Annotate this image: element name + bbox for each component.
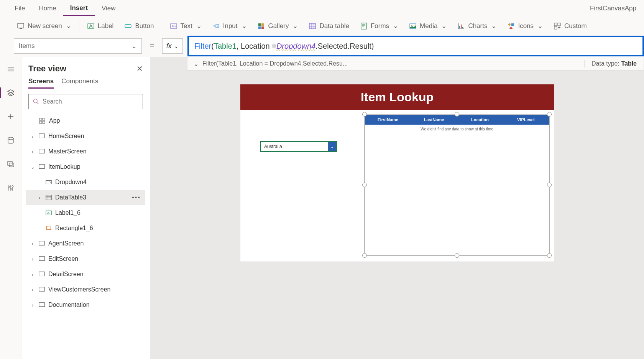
app-canvas[interactable]: Item Lookup Australia ⌄ FirstName LastNa… — [240, 84, 554, 262]
chevron-down-icon: ⌄ — [131, 42, 137, 50]
svg-point-18 — [508, 23, 511, 26]
chevron-down-icon: ⌄ — [174, 43, 179, 49]
resize-handle[interactable] — [547, 183, 552, 187]
menu-insert[interactable]: Insert — [63, 1, 95, 16]
svg-rect-3 — [125, 25, 131, 28]
formula-token-sep: , Location = — [237, 42, 276, 51]
tree-node-editscreen[interactable]: ›EditScreen — [26, 251, 145, 267]
menubar: File Home Insert View FirstCanvasApp — [0, 0, 644, 17]
tree-node-label: Dropdown4 — [55, 179, 87, 186]
ribbon-charts[interactable]: Charts ⌄ — [452, 20, 502, 32]
caret-icon[interactable]: › — [30, 287, 35, 293]
ribbon-new-screen-label: New screen — [28, 22, 62, 30]
tree-node-itemlookup[interactable]: ⌄ItemLookup — [26, 159, 145, 175]
caret-icon[interactable]: › — [30, 149, 35, 155]
svg-point-29 — [33, 99, 37, 103]
tree-node-dropdown4[interactable]: Dropdown4 — [26, 175, 145, 190]
canvas-datatable[interactable]: FirstName LastName Location VIPLevel We … — [365, 114, 549, 255]
menu-view[interactable]: View — [95, 2, 123, 15]
canvas-area[interactable]: ↖ Item Lookup Australia ⌄ FirstName Last… — [150, 57, 644, 359]
caret-icon[interactable]: › — [30, 302, 35, 308]
search-input[interactable] — [43, 98, 139, 105]
ribbon-forms[interactable]: Forms ⌄ — [355, 20, 404, 32]
tree-node-documentation[interactable]: ›Documentation — [26, 297, 145, 313]
media-icon — [409, 22, 417, 30]
ribbon-new-screen[interactable]: New screen ⌄ — [12, 20, 77, 32]
ribbon-input[interactable]: Input ⌄ — [207, 20, 252, 32]
ribbon-gallery[interactable]: Gallery ⌄ — [252, 20, 304, 32]
screen-icon — [38, 271, 45, 278]
resize-handle[interactable] — [547, 112, 552, 117]
ribbon-label[interactable]: Label — [82, 20, 119, 32]
caret-icon[interactable]: › — [30, 241, 35, 247]
tree-node-label1_6[interactable]: Label1_6 — [26, 205, 145, 221]
datatype-value: Table — [621, 60, 637, 67]
col-firstname[interactable]: FirstName — [365, 115, 411, 125]
resize-handle[interactable] — [362, 253, 367, 258]
resize-handle[interactable] — [362, 183, 367, 187]
rect-icon — [45, 225, 52, 232]
tree-node-rectangle1_6[interactable]: Rectangle1_6 — [26, 221, 145, 236]
ribbon-icons-label: Icons — [518, 22, 534, 30]
tree-node-homescreen[interactable]: ›HomeScreen — [26, 128, 145, 144]
ribbon-custom[interactable]: Custom — [548, 20, 592, 32]
tab-components[interactable]: Components — [61, 77, 98, 89]
tree-tabs: Screens Components — [26, 77, 145, 92]
svg-rect-9 — [258, 26, 261, 29]
caret-icon[interactable]: › — [37, 195, 42, 201]
ribbon-icons[interactable]: Icons ⌄ — [502, 20, 548, 32]
rail-hamburger[interactable] — [5, 63, 17, 75]
dropdown-chevron[interactable]: ⌄ — [328, 142, 336, 151]
col-viplevel[interactable]: VIPLevel — [503, 115, 549, 125]
svg-point-28 — [12, 186, 13, 187]
tab-screens[interactable]: Screens — [28, 77, 54, 89]
fx-button[interactable]: fx⌄ — [162, 38, 183, 54]
app-header-label: Item Lookup — [240, 84, 554, 110]
tree-node-datatable3[interactable]: ›DataTable3••• — [26, 190, 145, 205]
tree-search[interactable] — [28, 94, 143, 109]
svg-rect-44 — [39, 272, 44, 276]
datatable-icon — [45, 194, 52, 201]
rail-data[interactable] — [5, 134, 17, 147]
col-location[interactable]: Location — [457, 115, 503, 125]
resize-handle[interactable] — [362, 112, 367, 117]
rail-tree-view[interactable] — [5, 87, 17, 99]
screen-icon — [38, 255, 45, 262]
rail-insert[interactable] — [5, 110, 17, 123]
rail-advanced[interactable] — [5, 182, 17, 194]
ribbon-datatable[interactable]: Data table — [303, 20, 355, 32]
menu-file[interactable]: File — [8, 2, 32, 15]
close-icon[interactable]: ✕ — [136, 64, 143, 73]
left-rail — [0, 57, 21, 359]
formula-result-left[interactable]: ⌄ Filter(Table1, Location = Dropdown4.Se… — [187, 60, 585, 68]
tree: App ›HomeScreen›MasterScreen⌄ItemLookupD… — [26, 113, 145, 313]
caret-icon[interactable]: › — [30, 256, 35, 262]
tree-view-title: Tree view — [28, 64, 66, 74]
caret-icon[interactable]: ⌄ — [30, 164, 35, 170]
ribbon-media[interactable]: Media ⌄ — [404, 20, 452, 32]
tree-node-detailscreen[interactable]: ›DetailScreen — [26, 267, 145, 282]
tree-node-agentscreen[interactable]: ›AgentScreen — [26, 236, 145, 251]
caret-icon[interactable]: › — [30, 272, 35, 277]
tree-node-label: ItemLookup — [48, 163, 80, 170]
resize-handle[interactable] — [547, 253, 552, 258]
svg-rect-46 — [39, 303, 44, 307]
rail-media[interactable] — [5, 158, 17, 170]
menu-home[interactable]: Home — [32, 2, 63, 15]
property-selector[interactable]: Items ⌄ — [14, 38, 142, 54]
formula-input[interactable]: Filter(Table1, Location = Dropdown4.Sele… — [187, 36, 644, 56]
tree-node-masterscreen[interactable]: ›MasterScreen — [26, 144, 145, 159]
separator — [79, 21, 79, 31]
gallery-icon — [258, 22, 265, 30]
ribbon-button[interactable]: Button — [119, 20, 159, 32]
caret-icon[interactable]: › — [30, 133, 35, 139]
resize-handle[interactable] — [455, 112, 459, 117]
col-lastname[interactable]: LastName — [411, 115, 457, 125]
tree-node-app[interactable]: App — [26, 113, 145, 128]
tree-node-viewcustomersscreen[interactable]: ›ViewCustomersScreen — [26, 282, 145, 297]
more-icon[interactable]: ••• — [132, 194, 141, 201]
ribbon-text[interactable]: Abc Text ⌄ — [164, 20, 207, 32]
resize-handle[interactable] — [455, 253, 459, 258]
canvas-dropdown[interactable]: Australia ⌄ — [260, 141, 337, 152]
separator — [162, 21, 162, 31]
